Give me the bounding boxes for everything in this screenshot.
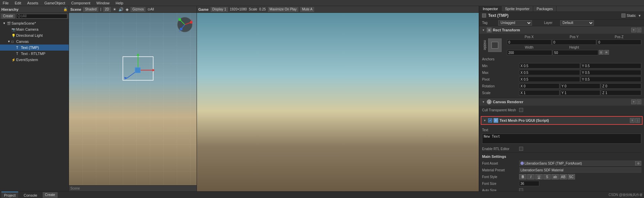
anchor-min-row: Min X 0.5 Y 0.5 [482, 63, 641, 69]
blueprint-btn[interactable]: ⊡ [599, 50, 604, 55]
label-rtltmp: Text - RTLTMP [21, 52, 69, 56]
game-maximize-btn[interactable]: Maximize On Play [268, 7, 299, 12]
scene-2d-btn[interactable]: 2D [103, 7, 111, 12]
tab-sprite-importer[interactable]: Sprite Importer [502, 6, 533, 11]
height-value[interactable]: 50 [553, 50, 598, 55]
anchor-max-label: Max [482, 71, 519, 75]
game-viewport[interactable] [197, 13, 479, 191]
pos-row-labels: Pos X Pos Y Pos Z [507, 35, 641, 39]
anchor-min-x[interactable]: X 0.5 [519, 63, 580, 68]
cull-transparent-label: Cull Transparent Mesh [482, 108, 519, 112]
tree-item-directional-light[interactable]: 💡 Directional Light [0, 32, 69, 38]
menu-edit[interactable]: Edit [13, 1, 23, 5]
menu-help[interactable]: Help [114, 1, 125, 5]
pivot-x[interactable]: X 0.5 [519, 77, 580, 82]
material-preset-value[interactable]: LiberationSans SDF Material [519, 167, 641, 173]
scale-y[interactable]: Y 1 [560, 90, 601, 95]
scene-gizmos-btn[interactable]: Gizmos [131, 7, 145, 12]
menu-items: File Edit Assets GameObject Component Wi… [1, 1, 125, 5]
menu-gameobject[interactable]: GameObject [43, 1, 67, 5]
icon-canvas: □ [11, 40, 16, 44]
rect-transform-btn2[interactable]: ⋮ [637, 28, 641, 32]
enable-rtl-checkbox[interactable] [519, 147, 523, 151]
scene-shading-btn[interactable]: Shaded [83, 7, 98, 12]
menu-file[interactable]: File [1, 1, 10, 5]
tree-item-main-camera[interactable]: 📷 Main Camera [0, 26, 69, 32]
hierarchy-search[interactable] [16, 14, 67, 19]
rot-z[interactable]: Z 0 [601, 83, 641, 89]
pos-z-value[interactable]: 0 [597, 39, 641, 45]
anchor-diagram[interactable] [488, 38, 502, 52]
tree-item-text-rtltmp[interactable]: T Text - RTLTMP [0, 51, 69, 57]
scene-effects-icon[interactable]: ◈ [126, 7, 129, 12]
font-asset-select-btn[interactable]: ⊙ [635, 161, 641, 166]
game-mute-btn[interactable]: Mute A [300, 7, 314, 12]
scene-audio-icon[interactable]: 🔊 [118, 7, 124, 12]
pivot-y[interactable]: Y 0.5 [581, 77, 642, 82]
font-asset-value[interactable]: LiberationSans SDF (TMP_FontAsset) [519, 161, 635, 166]
tmp-text-textarea[interactable]: New Text [482, 134, 641, 144]
anchor-max-y[interactable]: Y 0.5 [581, 70, 642, 75]
bottom-create-btn[interactable]: Create [43, 192, 58, 198]
cull-transparent-checkbox[interactable] [519, 108, 523, 112]
bottom-bar: Project Console Create CSDN @狼快晚风作者 [0, 191, 644, 198]
bottom-tab-console[interactable]: Console [21, 192, 40, 198]
font-style-bold[interactable]: B [519, 174, 527, 179]
r-btn[interactable]: R [604, 50, 609, 55]
game-display-btn[interactable]: Display 1 [211, 7, 228, 12]
hierarchy-lock[interactable]: 🔒 [63, 7, 67, 11]
tree-item-text-tmp[interactable]: T Text (TMP) [0, 45, 69, 51]
anchor-max-x[interactable]: X 0.5 [519, 70, 580, 75]
width-value[interactable]: 200 [507, 50, 552, 55]
font-style-italic[interactable]: I [527, 174, 535, 179]
tag-dropdown[interactable]: Untagged [498, 20, 532, 26]
icon-rtltmp: T [16, 52, 21, 56]
canvas-renderer-btn1[interactable]: ? [631, 100, 636, 104]
tmp-btn1[interactable]: ? [630, 118, 635, 123]
canvas-renderer-btn2[interactable]: ⋮ [637, 100, 641, 104]
tree-item-event-system[interactable]: ⚡ EventSystem [0, 57, 69, 63]
scene-lighting-icon[interactable]: ☀ [113, 7, 116, 12]
tree-item-sample-scene[interactable]: ▼ 🎬 SampleScene* [0, 20, 69, 26]
anchor-min-y[interactable]: Y 0.5 [581, 63, 642, 68]
menu-assets[interactable]: Assets [26, 1, 40, 5]
static-checkbox[interactable] [621, 13, 625, 18]
scene-panel: Scene Shaded | 2D ☀ 🔊 ◈ Gizmos ⊙All [69, 6, 197, 191]
font-style-strikethrough[interactable]: S [543, 174, 551, 179]
scale-x[interactable]: X 1 [519, 90, 560, 95]
scene-viewport[interactable]: X Y Z [69, 13, 197, 185]
scale-z[interactable]: Z 1 [601, 90, 641, 95]
tmp-checkbox[interactable]: ✓ [488, 118, 492, 122]
hierarchy-create-btn[interactable]: Create [1, 14, 15, 19]
font-style-uppercase[interactable]: AB [560, 174, 567, 179]
rect-transform-btn1[interactable]: ? [631, 28, 636, 32]
tmp-btn2[interactable]: ⋮ [635, 118, 640, 123]
auto-size-checkbox[interactable] [519, 188, 523, 191]
anchor-inner [492, 42, 498, 49]
tab-inspector[interactable]: Inspector [479, 6, 502, 11]
pos-x-value[interactable]: 0 [507, 39, 551, 45]
enable-rtl-label: Enable RTL Editor [482, 147, 519, 151]
menu-window[interactable]: Window [95, 1, 111, 5]
menu-component[interactable]: Component [70, 1, 92, 5]
font-size-value[interactable]: 36 [519, 181, 539, 186]
font-style-smallcaps[interactable]: SC [568, 174, 575, 179]
tree-item-canvas[interactable]: ▼ □ Canvas [0, 38, 69, 45]
tmp-header[interactable]: ▼ ✓ T Text Mesh Pro UGUI (Script) ? ⋮ [481, 117, 642, 124]
bottom-tab-project[interactable]: Project [1, 192, 18, 198]
rot-x[interactable]: X 0 [519, 83, 560, 89]
pos-y-value[interactable]: 0 [552, 39, 597, 45]
canvas-renderer-header[interactable]: ▼ ● Canvas Renderer ? ⋮ [479, 98, 644, 106]
tab-packages[interactable]: Packages [533, 6, 556, 11]
hierarchy-panel: Hierarchy 🔒 Create ▼ 🎬 SampleScene* 📷 Ma… [0, 6, 69, 191]
wh-row-values: 200 50 ⊡ R [507, 50, 641, 55]
rect-transform-header[interactable]: ▼ ⊞ Rect Transform ? ⋮ [479, 26, 644, 34]
svg-rect-7 [135, 67, 140, 73]
anchor-min-values: X 0.5 Y 0.5 [519, 63, 641, 68]
layer-dropdown[interactable]: Default [560, 20, 594, 26]
font-style-underline[interactable]: U [535, 174, 543, 179]
font-style-lowercase[interactable]: ab [551, 174, 559, 179]
rot-y[interactable]: Y 0 [560, 83, 601, 89]
inspector-active-checkbox[interactable] [482, 13, 486, 18]
static-dropdown-arrow[interactable]: ▼ [638, 14, 641, 18]
